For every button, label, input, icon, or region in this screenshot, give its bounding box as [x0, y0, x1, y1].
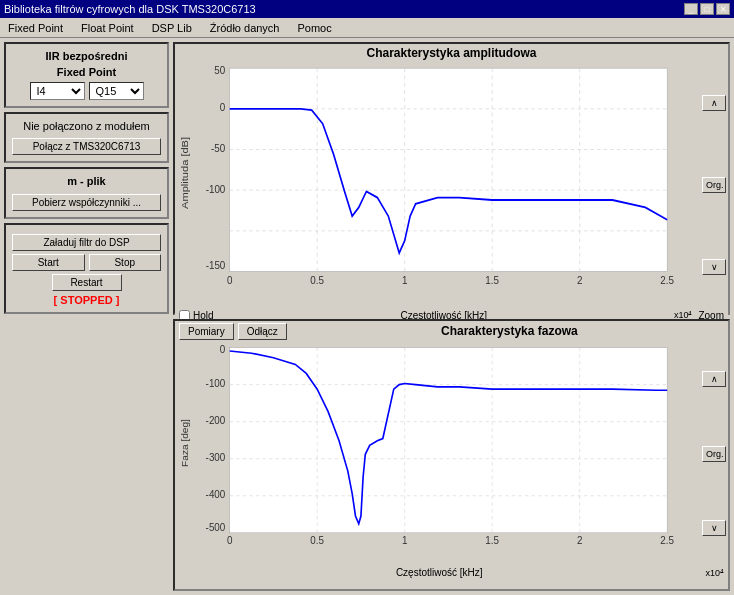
menu-bar: Fixed Point Float Point DSP Lib Źródło d… [0, 18, 734, 38]
amplitude-org-button[interactable]: Org. [702, 177, 726, 193]
amplitude-chart-container: Charakterystyka amplitudowa [173, 42, 730, 315]
menu-help[interactable]: Pomoc [294, 21, 336, 35]
svg-text:1: 1 [402, 274, 408, 286]
svg-text:1: 1 [402, 534, 408, 545]
phase-chart-container: Pomiary Odłącz Charakterystyka fazowa [173, 319, 730, 592]
close-button[interactable]: ✕ [716, 3, 730, 15]
svg-text:2: 2 [577, 534, 583, 545]
x-scale-bottom: x10⁴ [705, 568, 724, 578]
get-coefficients-button[interactable]: Pobierz współczynniki ... [12, 194, 161, 211]
stopped-status: [ STOPPED ] [12, 294, 161, 306]
connection-panel: Nie połączono z modułem Połącz z TMS320C… [4, 112, 169, 163]
i4-dropdown[interactable]: I4 I8 I16 [30, 82, 85, 100]
svg-rect-0 [230, 68, 668, 271]
svg-text:Faza  [deg]: Faza [deg] [179, 418, 190, 466]
svg-rect-21 [230, 347, 668, 532]
disconnect-button[interactable]: Odłącz [238, 323, 287, 340]
phase-up-button[interactable]: ∧ [702, 371, 726, 387]
svg-text:0: 0 [220, 102, 226, 114]
q15-dropdown[interactable]: Q15 Q31 [89, 82, 144, 100]
iir-title: IIR bezpośredni [12, 50, 161, 62]
fixed-point-label: Fixed Point [12, 66, 161, 78]
svg-text:0: 0 [227, 274, 233, 286]
svg-text:50: 50 [214, 65, 225, 77]
measurements-button[interactable]: Pomiary [179, 323, 234, 340]
menu-fixed-point[interactable]: Fixed Point [4, 21, 67, 35]
svg-text:-200: -200 [206, 414, 226, 425]
load-filter-button[interactable]: Załaduj filtr do DSP [12, 234, 161, 251]
minimize-button[interactable]: _ [684, 3, 698, 15]
restart-button[interactable]: Restart [52, 274, 122, 291]
menu-dsp-lib[interactable]: DSP Lib [148, 21, 196, 35]
phase-down-button[interactable]: ∨ [702, 520, 726, 536]
m-plik-title: m - plik [12, 175, 161, 187]
svg-text:0.5: 0.5 [310, 274, 324, 286]
svg-text:-100: -100 [206, 183, 226, 195]
x-label-bottom: Częstotliwość [kHz] [179, 567, 699, 578]
svg-text:0: 0 [227, 534, 233, 545]
svg-text:-150: -150 [206, 260, 226, 272]
svg-text:1.5: 1.5 [485, 274, 499, 286]
stop-button[interactable]: Stop [89, 254, 162, 271]
svg-text:-500: -500 [206, 521, 226, 532]
svg-text:-300: -300 [206, 451, 226, 462]
svg-text:0.5: 0.5 [310, 534, 324, 545]
not-connected-label: Nie połączono z modułem [12, 120, 161, 132]
menu-float-point[interactable]: Float Point [77, 21, 138, 35]
svg-text:-100: -100 [206, 377, 226, 388]
svg-text:1.5: 1.5 [485, 534, 499, 545]
amplitude-down-button[interactable]: ∨ [702, 259, 726, 275]
connect-button[interactable]: Połącz z TMS320C6713 [12, 138, 161, 155]
title-bar: Biblioteka filtrów cyfrowych dla DSK TMS… [0, 0, 734, 18]
svg-text:2: 2 [577, 274, 583, 286]
svg-text:2.5: 2.5 [660, 534, 674, 545]
svg-text:-50: -50 [211, 142, 225, 154]
maximize-button[interactable]: □ [700, 3, 714, 15]
window-title: Biblioteka filtrów cyfrowych dla DSK TMS… [4, 3, 256, 15]
amplitude-chart-title: Charakterystyka amplitudowa [175, 44, 728, 62]
phase-org-button[interactable]: Org. [702, 446, 726, 462]
start-button[interactable]: Start [12, 254, 85, 271]
iir-panel: IIR bezpośredni Fixed Point I4 I8 I16 Q1… [4, 42, 169, 108]
phase-chart-title: Charakterystyka fazowa [291, 322, 728, 340]
m-plik-panel: m - plik Pobierz współczynniki ... [4, 167, 169, 219]
menu-data-source[interactable]: Źródło danych [206, 21, 284, 35]
amplitude-up-button[interactable]: ∧ [702, 95, 726, 111]
svg-text:2.5: 2.5 [660, 274, 674, 286]
svg-text:-400: -400 [206, 488, 226, 499]
dsp-controls-panel: Załaduj filtr do DSP Start Stop Restart … [4, 223, 169, 314]
svg-text:Amplituda  [dB]: Amplituda [dB] [180, 137, 190, 209]
svg-text:0: 0 [220, 344, 226, 355]
